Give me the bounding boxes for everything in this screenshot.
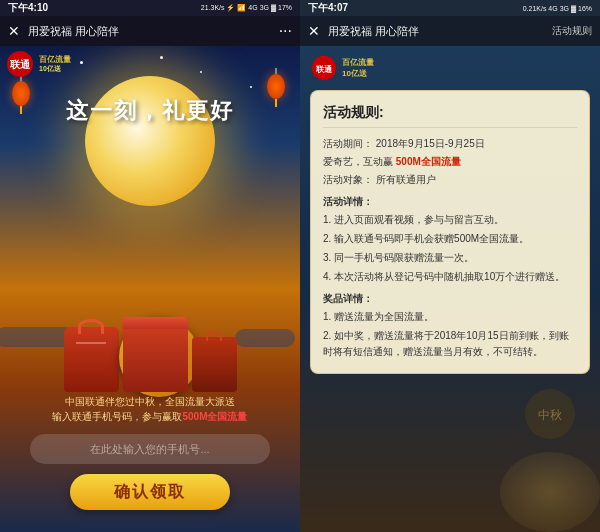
unicom-logo: 联通 bbox=[5, 49, 35, 79]
period-label: 活动期间： bbox=[323, 138, 373, 149]
right-bottom-deco bbox=[500, 452, 600, 532]
detail-item-2: 2. 输入联通号码即手机会获赠500M全国流量。 bbox=[323, 231, 577, 247]
detail-item-4: 4. 本次活动将从登记号码中随机抽取10万个进行赠送。 bbox=[323, 269, 577, 285]
main-title: 这一刻，礼更好 bbox=[66, 96, 234, 126]
lantern-left bbox=[12, 81, 30, 106]
star-5 bbox=[160, 56, 163, 59]
detail-title: 活动详情： bbox=[323, 194, 577, 210]
rules-reward-line: 爱奇艺，互动赢 500M全国流量 bbox=[323, 154, 577, 170]
detail-item-3: 3. 同一手机号码限获赠流量一次。 bbox=[323, 250, 577, 266]
desc-area: 中国联通伴您过中秋，全国流量大派送 输入联通手机号码，参与赢取500M全国流量 bbox=[25, 394, 275, 424]
phone-input[interactable] bbox=[30, 434, 270, 464]
bottom-svg: 中秋 bbox=[510, 384, 590, 444]
desc-line1: 中国联通伴您过中秋，全国流量大派送 bbox=[25, 394, 275, 409]
desc-highlight: 500M全国流量 bbox=[182, 411, 247, 422]
left-logo-area: 联通 百亿流量 10亿送 bbox=[5, 49, 71, 79]
brand-logo: 百亿流量 10亿送 bbox=[39, 56, 71, 72]
left-status-icons: 21.3K/s ⚡ 📶 4G 3G ▓ 17% bbox=[201, 4, 292, 12]
right-close-icon[interactable]: ✕ bbox=[308, 23, 320, 39]
gifts-area: 流量 -500M 礼 bbox=[20, 292, 280, 392]
prize-title: 奖品详情： bbox=[323, 291, 577, 307]
left-panel: 下午4:10 21.3K/s ⚡ 📶 4G 3G ▓ 17% ✕ 用爱祝福 用心… bbox=[0, 0, 300, 532]
confirm-button[interactable]: 确认领取 bbox=[70, 474, 230, 510]
right-panel: 下午4:07 0.21K/s 4G 3G ▓ 16% ✕ 用爱祝福 用心陪伴 活… bbox=[300, 0, 600, 532]
reward-highlight: 500M全国流量 bbox=[396, 156, 461, 167]
star-3 bbox=[200, 71, 202, 73]
desc-line2: 输入联通手机号码，参与赢取500M全国流量 bbox=[25, 409, 275, 424]
left-status-bar: 下午4:10 21.3K/s ⚡ 📶 4G 3G ▓ 17% bbox=[0, 0, 300, 16]
gift-bag-left: 流量 -500M 礼 bbox=[64, 327, 119, 392]
right-main-content: 联通 百亿流量 10亿送 活动规则: 活动期间： 2018年9月15日-9月25… bbox=[300, 46, 600, 532]
star-4 bbox=[250, 86, 252, 88]
gift-box-center bbox=[123, 317, 188, 392]
right-unicom-logo: 联通 bbox=[310, 54, 338, 82]
reward-label: 爱奇艺，互动赢 bbox=[323, 156, 393, 167]
detail-item-1: 1. 进入页面观看视频，参与与留言互动。 bbox=[323, 212, 577, 228]
gift-bag-right bbox=[192, 337, 237, 392]
star-2 bbox=[80, 61, 83, 64]
left-menu-icon[interactable]: ··· bbox=[279, 22, 292, 40]
target-value: 所有联通用户 bbox=[376, 174, 436, 185]
phone-input-area[interactable] bbox=[30, 434, 270, 464]
right-nav-title: 用爱祝福 用心陪伴 bbox=[328, 24, 552, 39]
right-status-bar: 下午4:07 0.21K/s 4G 3G ▓ 16% bbox=[300, 0, 600, 16]
right-status-icons: 0.21K/s 4G 3G ▓ 16% bbox=[523, 5, 592, 12]
prize-item-1: 1. 赠送流量为全国流量。 bbox=[323, 309, 577, 325]
period-value: 2018年9月15日-9月25日 bbox=[376, 138, 485, 149]
right-time: 下午4:07 bbox=[308, 1, 348, 15]
right-logo-area: 联通 百亿流量 10亿送 bbox=[310, 54, 590, 82]
rules-title: 活动规则: bbox=[323, 101, 577, 128]
left-main-content: 联通 百亿流量 10亿送 这一刻，礼更好 流量 -500M 礼 bbox=[0, 46, 300, 532]
left-nav-title: 用爱祝福 用心陪伴 bbox=[28, 24, 279, 39]
rules-link[interactable]: 活动规则 bbox=[552, 24, 592, 38]
right-nav-bar: ✕ 用爱祝福 用心陪伴 活动规则 bbox=[300, 16, 600, 46]
lantern-right bbox=[267, 74, 285, 99]
rules-target-line: 活动对象： 所有联通用户 bbox=[323, 172, 577, 188]
right-brand-text: 百亿流量 10亿送 bbox=[342, 57, 374, 79]
right-bottom-decoration: 中秋 bbox=[310, 384, 590, 448]
svg-text:联通: 联通 bbox=[9, 59, 31, 70]
svg-text:中秋: 中秋 bbox=[538, 408, 562, 422]
rules-period-line: 活动期间： 2018年9月15日-9月25日 bbox=[323, 136, 577, 152]
rules-box: 活动规则: 活动期间： 2018年9月15日-9月25日 爱奇艺，互动赢 500… bbox=[310, 90, 590, 374]
target-label: 活动对象： bbox=[323, 174, 373, 185]
left-close-icon[interactable]: ✕ bbox=[8, 23, 20, 39]
left-time: 下午4:10 bbox=[8, 1, 48, 15]
svg-text:联通: 联通 bbox=[315, 64, 333, 74]
prize-item-2: 2. 如中奖，赠送流量将于2018年10月15日前到账，到账时将有短信通知，赠送… bbox=[323, 328, 577, 360]
signal-text: 21.3K/s ⚡ 📶 4G 3G ▓ 17% bbox=[201, 4, 292, 12]
bag-handle bbox=[206, 331, 222, 341]
left-nav-bar: ✕ 用爱祝福 用心陪伴 ··· bbox=[0, 16, 300, 46]
